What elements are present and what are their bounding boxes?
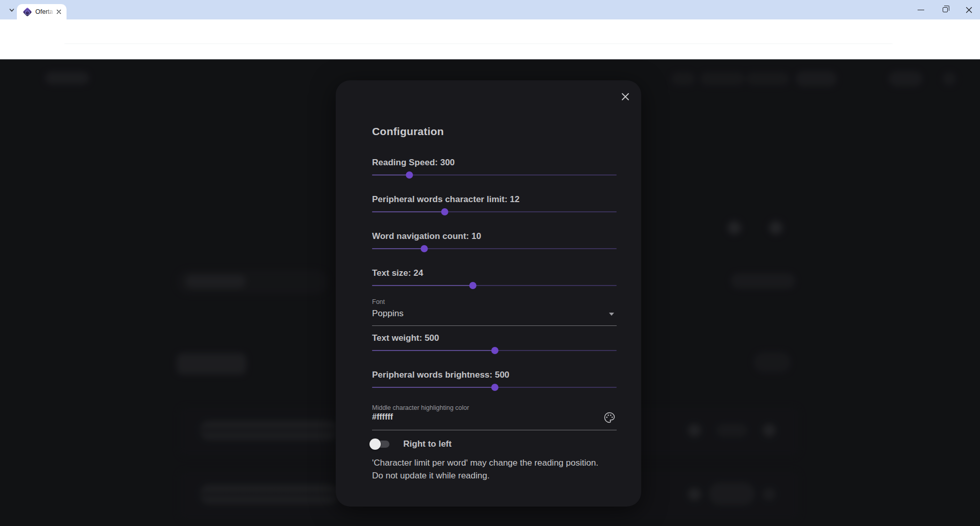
- font-select-label: Font: [372, 298, 385, 305]
- slider-label: Peripheral words character limit: 12: [372, 194, 519, 205]
- color-underline: [372, 430, 617, 430]
- slider-track[interactable]: [372, 387, 617, 388]
- highlight-color-label: Middle character highlighting color: [372, 404, 469, 411]
- slider-track[interactable]: [372, 350, 617, 351]
- slider-peripheral-brightness: Peripheral words brightness: 500: [372, 370, 617, 396]
- slider-fill: [372, 350, 495, 351]
- window-close-button[interactable]: [961, 3, 976, 16]
- slider-fill: [372, 285, 473, 286]
- slider-track[interactable]: [372, 285, 617, 286]
- slider-thumb[interactable]: [406, 171, 413, 179]
- slider-fill: [372, 211, 445, 212]
- slider-peripheral-char-limit: Peripheral words character limit: 12: [372, 194, 617, 220]
- font-select-value: Poppins: [372, 309, 403, 319]
- slider-track[interactable]: [372, 211, 617, 212]
- browser-toolbar: Not secure 192.168.1.18:5223/read: [0, 19, 980, 44]
- tab-close-icon[interactable]: [55, 8, 62, 16]
- slider-label: Word navigation count: 10: [372, 231, 481, 242]
- highlight-color-field: Middle character highlighting color: [372, 404, 617, 431]
- slider-fill: [372, 387, 495, 388]
- site-favicon-icon: [23, 7, 32, 16]
- right-to-left-toggle[interactable]: Right to left: [371, 436, 616, 451]
- slider-fill: [372, 174, 409, 176]
- chevron-down-icon: [609, 313, 614, 316]
- slider-fill: [372, 248, 424, 249]
- select-underline: [372, 325, 617, 326]
- slider-label: Text weight: 500: [372, 333, 439, 343]
- slider-text-size: Text size: 24: [372, 268, 617, 294]
- toggle-label: Right to left: [403, 439, 451, 449]
- slider-thumb[interactable]: [469, 282, 476, 289]
- browser-tab[interactable]: Oferta: [17, 4, 67, 19]
- slider-thumb[interactable]: [421, 245, 428, 252]
- configuration-dialog: Configuration Reading Speed: 300 Periphe…: [336, 80, 641, 507]
- slider-label: Text size: 24: [372, 268, 423, 278]
- tab-strip: Oferta: [0, 0, 980, 19]
- window-minimize-button[interactable]: [913, 3, 928, 16]
- warning-note-line2: Do not update it while reading.: [372, 470, 618, 483]
- highlight-color-input[interactable]: [372, 412, 567, 422]
- toggle-thumb[interactable]: [369, 439, 381, 450]
- browser-chrome: Oferta Not: [0, 0, 980, 60]
- slider-track[interactable]: [372, 174, 617, 176]
- slider-track[interactable]: [372, 248, 617, 249]
- slider-text-weight: Text weight: 500: [372, 333, 617, 359]
- screen: Configuration Reading Speed: 300 Periphe…: [0, 0, 980, 526]
- bookmarks-bar: [0, 44, 980, 59]
- slider-thumb[interactable]: [441, 208, 448, 215]
- slider-word-navigation-count: Word navigation count: 10: [372, 231, 617, 257]
- slider-thumb[interactable]: [491, 384, 498, 391]
- slider-reading-speed: Reading Speed: 300: [372, 158, 617, 183]
- close-icon[interactable]: [615, 86, 636, 107]
- dialog-title: Configuration: [372, 125, 444, 138]
- slider-label: Reading Speed: 300: [372, 158, 455, 168]
- warning-note: 'Character limit per word' may change th…: [372, 457, 618, 482]
- slider-thumb[interactable]: [491, 347, 498, 354]
- tab-search-chevron-icon[interactable]: [6, 5, 17, 16]
- tab-title: Oferta: [35, 8, 54, 15]
- slider-label: Peripheral words brightness: 500: [372, 370, 509, 380]
- window-restore-button[interactable]: [938, 3, 953, 16]
- palette-icon[interactable]: [602, 410, 617, 425]
- warning-note-line1: 'Character limit per word' may change th…: [372, 457, 618, 470]
- font-select[interactable]: Font Poppins: [372, 298, 617, 326]
